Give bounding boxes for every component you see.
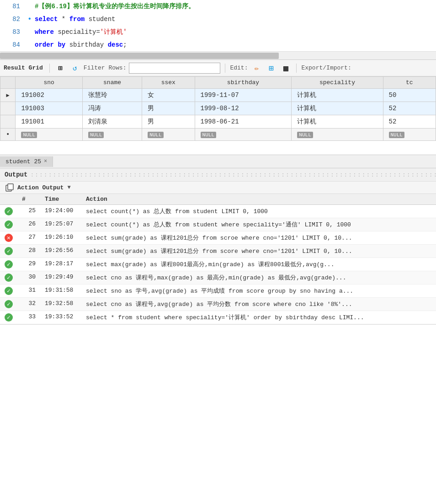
code-section: 81#【例6.19】将计算机专业的学生按出生时间降序排序。82•select *…	[0, 0, 436, 52]
action-num: 29	[17, 258, 40, 271]
action-row[interactable]: ✓3019:29:49select cno as 课程号,max(grade) …	[0, 271, 436, 284]
null-cell: NULL	[16, 129, 83, 141]
filter-rows-input[interactable]	[129, 63, 220, 74]
table-cell: 191002	[16, 89, 83, 102]
null-cell: NULL	[292, 129, 383, 141]
action-num: 27	[17, 231, 40, 245]
action-status: ✓	[0, 245, 17, 258]
action-row[interactable]: ✓2519:24:00select count(*) as 总人数 from s…	[0, 205, 436, 218]
code-content: #【例6.19】将计算机专业的学生按出生时间降序排序。	[35, 0, 436, 13]
null-cell: NULL	[195, 129, 292, 141]
action-row[interactable]: ✕2719:26:10select sum(grade) as 课程1201总分…	[0, 231, 436, 245]
null-cell: NULL	[383, 129, 436, 141]
ok-icon: ✓	[5, 273, 13, 282]
code-line: 83where speciality='计算机'	[0, 26, 436, 38]
col-header-sname: sname	[82, 77, 142, 89]
table-cell: 50	[383, 89, 436, 102]
code-token: ;	[123, 41, 127, 48]
null-cell: NULL	[142, 129, 195, 141]
ok-icon: ✓	[5, 247, 13, 255]
tab-label: student 25	[5, 158, 41, 165]
action-text: select * from student where speciality='…	[81, 311, 436, 324]
action-row[interactable]: ✓3119:31:58select sno as 学号,avg(grade) a…	[0, 284, 436, 298]
table-cell: 刘清泉	[82, 115, 142, 129]
edit-pencil-button[interactable]: ✏	[250, 63, 262, 74]
action-output-table: # Time Action ✓2519:24:00select count(*)…	[0, 194, 436, 324]
tab-bar: student 25 ×	[0, 155, 436, 168]
ok-icon: ✓	[5, 287, 13, 295]
action-num: 28	[17, 245, 40, 258]
student-tab[interactable]: student 25 ×	[0, 156, 53, 167]
table-cell: 1999-08-12	[195, 102, 292, 115]
action-text: select cno as 课程号,avg(grade) as 平均分数 fro…	[81, 298, 436, 311]
action-status: ✕	[0, 231, 17, 245]
action-output-bar: Action Output ▼	[0, 182, 436, 194]
code-token: #【例6.19】将计算机专业的学生按出生时间降序排序。	[35, 3, 195, 10]
form-edit-button[interactable]: ▦	[280, 63, 292, 74]
edit-grid-button[interactable]: ⊞	[265, 63, 277, 74]
action-text: select cno as 课程号,max(grade) as 最高分,min(…	[81, 271, 436, 284]
action-status: ✓	[0, 258, 17, 271]
code-token: by	[58, 41, 65, 48]
table-row[interactable]: 191001刘清泉男1998-06-21计算机52	[0, 115, 436, 129]
svg-rect-1	[8, 184, 13, 190]
table-cell: 计算机	[292, 89, 383, 102]
code-token: from	[69, 16, 85, 23]
code-content: where speciality='计算机'	[35, 26, 436, 38]
action-num: 33	[17, 311, 40, 324]
refresh-button[interactable]: ↺	[69, 63, 81, 74]
action-status: ✓	[0, 284, 17, 298]
code-token: order	[35, 41, 54, 48]
output-header: Output :::::::::::::::::::::::::::::::::…	[0, 168, 436, 182]
code-line: 84order by sbirthday desc;	[0, 38, 436, 51]
line-number: 82	[0, 13, 27, 26]
action-row[interactable]: ✓2819:26:56select sum(grade) as 课程1201总分…	[0, 245, 436, 258]
horizontal-scrollbar[interactable]	[0, 52, 436, 60]
grid-view-button[interactable]: ⊞	[54, 63, 66, 74]
result-grid-label: Result Grid	[4, 64, 43, 71]
action-row[interactable]: ✓2919:28:17select max(grade) as 课程8001最高…	[0, 258, 436, 271]
action-text: select count(*) as 总人数 from student LIMI…	[81, 205, 436, 218]
table-cell: 52	[383, 102, 436, 115]
edit-label: Edit:	[230, 64, 248, 71]
action-time: 19:31:58	[40, 284, 81, 298]
time-col-header: Time	[40, 194, 81, 205]
table-cell: 191001	[16, 115, 83, 129]
col-header-sno: sno	[16, 77, 83, 89]
action-row[interactable]: ✓3219:32:58select cno as 课程号,avg(grade) …	[0, 298, 436, 311]
action-time: 19:26:56	[40, 245, 81, 258]
scrollbar-thumb[interactable]	[0, 53, 279, 59]
action-output-dropdown[interactable]: ▼	[67, 184, 70, 191]
row-indicator	[0, 115, 16, 129]
refresh-icon: ↺	[70, 64, 80, 73]
ok-icon: ✓	[5, 207, 13, 215]
action-status: ✓	[0, 311, 17, 324]
action-time: 19:24:00	[40, 205, 81, 218]
error-icon: ✕	[5, 234, 13, 242]
code-token: *	[58, 16, 69, 23]
tab-close-button[interactable]: ×	[44, 158, 47, 165]
output-dots: ::::::::::::::::::::::::::::::::::::::::…	[30, 172, 436, 178]
table-edit-icon: ⊞	[266, 64, 276, 73]
action-text: select max(grade) as 课程8001最高分,min(grade…	[81, 258, 436, 271]
spacer	[0, 141, 436, 155]
action-row[interactable]: ✓2619:25:07select count(*) as 总人数 from s…	[0, 218, 436, 231]
filter-rows-label: Filter Rows:	[84, 64, 127, 71]
code-token: select	[35, 16, 58, 23]
status-col-header	[0, 194, 17, 205]
table-cell: 男	[142, 115, 195, 129]
table-cell: 女	[142, 89, 195, 102]
null-row-indicator: •	[0, 129, 16, 141]
action-status: ✓	[0, 298, 17, 311]
table-cell: 冯涛	[82, 102, 142, 115]
code-token: desc	[108, 41, 123, 48]
null-cell: NULL	[82, 129, 142, 141]
table-row[interactable]: 191003冯涛男1999-08-12计算机52	[0, 102, 436, 115]
output-section: Output :::::::::::::::::::::::::::::::::…	[0, 168, 436, 325]
action-output-label: Action Output	[17, 184, 64, 191]
table-row[interactable]: ▶191002张慧玲女1999-11-07计算机50	[0, 89, 436, 102]
toolbar-divider-1	[49, 64, 50, 73]
action-row[interactable]: ✓3319:33:52select * from student where s…	[0, 311, 436, 324]
data-table: snosnamessexsbirthdayspecialitytc ▶19100…	[0, 76, 436, 141]
line-number: 83	[0, 26, 27, 38]
